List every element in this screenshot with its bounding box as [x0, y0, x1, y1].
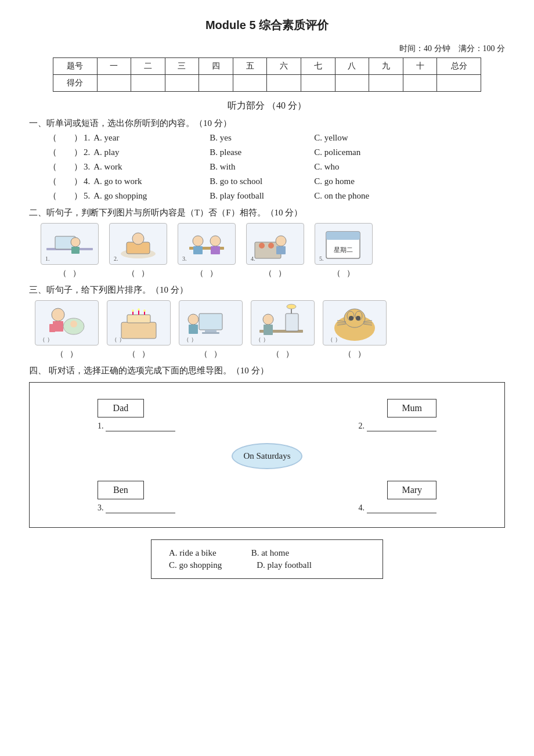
section4-heading: 四、 听对话，选择正确的选项完成下面的思维导图。（10 分） [29, 365, 505, 376]
section3-item: （ ） （ ） [107, 300, 171, 359]
paren-close: ） [66, 132, 82, 143]
center-bubble: On Saturdays [232, 443, 302, 469]
section3-paren: （ ） [56, 349, 78, 359]
options-row1: A. ride a bike B. at home [169, 548, 365, 558]
paren-close: ） [66, 161, 82, 172]
svg-rect-42 [202, 332, 219, 334]
svg-point-57 [349, 316, 353, 321]
svg-rect-49 [286, 314, 298, 331]
options-row2: C. go shopping D. play football [169, 560, 365, 570]
svg-point-47 [263, 314, 273, 325]
option-c: C. go shopping [169, 560, 222, 570]
qa-row: （ ）4.A. go to workB. go to schoolC. go h… [41, 176, 505, 187]
svg-text:1.: 1. [45, 255, 50, 262]
paren-open: （ [41, 132, 57, 143]
paren-open: （ [41, 190, 57, 201]
dad-num: 1. [98, 422, 104, 431]
section2-paren: （ ） [59, 268, 81, 279]
section2-paren: （ ） [333, 268, 355, 279]
score-table: 题号一二三四五六七八九十总分得分 [53, 57, 481, 92]
qa-row: （ ）1.A. yearB. yesC. yellow [41, 132, 505, 143]
paren-close: ） [66, 176, 82, 187]
section3-paren: （ ） [272, 349, 294, 359]
section2-paren: （ ） [264, 268, 287, 279]
section2-item: 3. （ ） [178, 223, 236, 279]
section2-image: 1. [41, 223, 99, 265]
listening-section-title: 听力部分 （40 分） [29, 100, 505, 112]
svg-text:（ ）: （ ） [111, 336, 125, 343]
svg-rect-19 [276, 246, 286, 254]
page-title: Module 5 综合素质评价 [29, 17, 505, 33]
section2-image: 4. [246, 223, 304, 265]
svg-text:（ ）: （ ） [183, 336, 197, 343]
svg-rect-12 [193, 246, 203, 254]
svg-point-10 [193, 236, 203, 246]
svg-point-2 [71, 237, 80, 247]
svg-text:5.: 5. [319, 255, 324, 262]
mum-cell: Mum 2. [347, 393, 449, 437]
svg-point-43 [188, 314, 199, 325]
section2-item: 星期二 5. （ ） [315, 223, 373, 279]
svg-rect-13 [211, 246, 220, 254]
section2-image: 3. [178, 223, 236, 265]
section2-paren: （ ） [127, 268, 150, 279]
ben-cell: Ben 3. [86, 475, 187, 519]
paren-close: ） [66, 190, 82, 201]
section3-paren: （ ） [344, 349, 366, 359]
paren-open: （ [41, 161, 57, 172]
svg-point-51 [287, 304, 296, 309]
time-info: 时间：40 分钟 满分：100 分 [29, 44, 505, 54]
section3-image: （ ） [323, 300, 387, 345]
section2-image: 2. [109, 223, 167, 265]
svg-point-7 [132, 233, 144, 244]
qa-row: （ ）3.A. workB. withC. who [41, 161, 505, 172]
svg-rect-40 [199, 314, 222, 330]
section2-item: 2. （ ） [109, 223, 167, 279]
ben-num: 3. [98, 503, 104, 513]
section3-image: （ ） [35, 300, 99, 345]
section3-paren: （ ） [200, 349, 222, 359]
section2-image: 星期二 5. [315, 223, 373, 265]
svg-point-25 [52, 308, 64, 321]
option-a: A. ride a bike [169, 548, 217, 558]
svg-point-38 [143, 309, 146, 312]
section3-image: （ ） [179, 300, 243, 345]
section1-heading: 一、听单词或短语，选出你所听到的内容。（10 分） [29, 118, 505, 129]
svg-rect-48 [264, 325, 273, 335]
dad-cell: Dad 1. [86, 393, 187, 437]
svg-rect-31 [121, 322, 156, 339]
svg-text:2.: 2. [114, 255, 118, 262]
option-b: B. at home [251, 548, 289, 558]
section3-item: （ ） （ ） [179, 300, 243, 359]
center-bubble-cell: On Saturdays [232, 437, 302, 475]
svg-rect-44 [189, 325, 198, 334]
mindmap-container: Dad 1. Mum 2. On Saturdays Ben 3. Mary 4… [29, 382, 505, 528]
svg-point-29 [70, 321, 77, 327]
svg-text:（ ）: （ ） [327, 336, 341, 343]
svg-text:（ ）: （ ） [39, 336, 53, 343]
mum-num: 2. [359, 422, 365, 431]
ben-name: Ben [98, 481, 144, 499]
svg-point-36 [132, 309, 134, 312]
svg-text:星期二: 星期二 [334, 246, 353, 253]
section2-item: 1. （ ） [41, 223, 99, 279]
svg-point-16 [259, 243, 265, 249]
svg-point-18 [276, 236, 286, 246]
section2-item: 4. （ ） [246, 223, 304, 279]
section3-item: （ ） （ ） [35, 300, 99, 359]
option-d: D. play football [257, 560, 312, 570]
mary-num: 4. [359, 503, 365, 513]
qa-row: （ ）2.A. playB. pleaseC. policeman [41, 147, 505, 158]
qa-row: （ ）5.A. go shoppingB. play footballC. on… [41, 190, 505, 201]
section2-paren: （ ） [196, 268, 218, 279]
section3-item: （ ） （ ） [323, 300, 387, 359]
section3-image: （ ） [251, 300, 315, 345]
svg-point-17 [268, 243, 274, 249]
svg-text:（ ）: （ ） [255, 336, 269, 343]
paren-open: （ [41, 147, 57, 158]
svg-point-11 [210, 236, 221, 246]
svg-text:4.: 4. [251, 255, 255, 262]
section3-heading: 三、听句子，给下列图片排序。（10 分） [29, 285, 505, 296]
mum-name: Mum [387, 399, 436, 417]
dad-name: Dad [98, 399, 144, 417]
